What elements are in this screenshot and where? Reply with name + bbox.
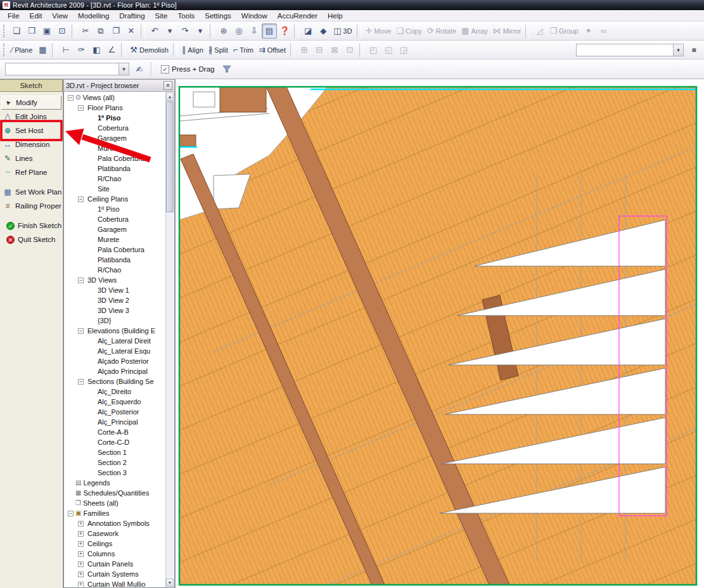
delete-button[interactable]: ✕: [124, 23, 139, 39]
tree-item[interactable]: Pala Cobertura: [65, 245, 165, 255]
tree-item[interactable]: Annotation Symbols: [65, 518, 165, 528]
toolbar-separator[interactable]: [173, 43, 177, 57]
print-button[interactable]: ⊡: [54, 23, 70, 39]
sketch-item-edit-joins[interactable]: ⋀ Edit Joins: [0, 110, 63, 124]
tree-item[interactable]: R/Chao: [65, 174, 165, 184]
rendering-button[interactable]: ◆: [316, 23, 331, 39]
zoom-dropdown[interactable]: ⇩: [246, 23, 262, 39]
tree-item[interactable]: Columns: [65, 549, 165, 559]
pin-button[interactable]: ✦: [581, 23, 596, 39]
toolbar-separator[interactable]: [290, 43, 295, 57]
linework-button[interactable]: ∠: [104, 42, 119, 58]
sketch-item-dimension[interactable]: ↔ Dimension: [0, 137, 63, 151]
menu-item[interactable]: Settings: [200, 11, 236, 21]
tree-expander[interactable]: [78, 551, 84, 557]
tree-item[interactable]: Curtain Systems: [65, 569, 165, 579]
design-options-button[interactable]: ■: [686, 42, 701, 58]
sketch-plane-button[interactable]: ∕ Plane: [9, 42, 35, 58]
toolbar-separator[interactable]: [294, 24, 298, 38]
tree-item[interactable]: Floor Plans: [65, 103, 165, 113]
sketch-tab[interactable]: Sketch: [0, 79, 63, 92]
tree-item[interactable]: Schedules/Quantities: [65, 488, 165, 498]
tree-item[interactable]: 3D View 1: [65, 285, 165, 295]
toolbar-separator[interactable]: [210, 24, 214, 38]
match-type-button[interactable]: ✑: [74, 42, 89, 58]
tree-expander[interactable]: [78, 105, 84, 111]
group-button[interactable]: ❒ Group: [547, 23, 580, 39]
tree-item[interactable]: Ceiling Plans: [65, 194, 165, 204]
undo-dropdown[interactable]: ▾: [162, 23, 177, 39]
toolbar-grip[interactable]: [3, 25, 6, 37]
tree-item[interactable]: Legends: [65, 478, 165, 488]
sketch-item-lines[interactable]: ✎ Lines: [0, 151, 63, 165]
copy-clipboard-button[interactable]: ⧉: [93, 23, 108, 39]
tree-item[interactable]: 3D View 2: [65, 295, 165, 305]
undo-button[interactable]: ↶: [147, 23, 162, 39]
drawing-area[interactable]: [176, 79, 704, 588]
tree-item[interactable]: Alç_Direito: [65, 387, 165, 397]
link-button[interactable]: ∞: [596, 23, 611, 39]
project-browser-header[interactable]: 3D.rvt - Project browser ✕: [63, 79, 175, 92]
tree-item[interactable]: Site: [65, 184, 165, 194]
tree-item[interactable]: Families: [65, 508, 165, 518]
new-button[interactable]: ❏: [9, 23, 24, 39]
exclude-members-button[interactable]: ⊠: [327, 42, 342, 58]
tree-expander[interactable]: [68, 511, 74, 516]
sketch-item-railing-properties[interactable]: ≡ Railing Proper: [0, 199, 63, 213]
tree-item[interactable]: {3D}: [65, 316, 165, 326]
trim-button[interactable]: ⌐ Trim: [231, 42, 256, 58]
tree-item[interactable]: Corte-C-D: [65, 437, 165, 447]
split-button[interactable]: ∦ Split: [206, 42, 231, 58]
tree-item[interactable]: Section 3: [65, 468, 165, 478]
group-link-button[interactable]: ◰: [366, 42, 381, 58]
tree-item[interactable]: Platibanda: [65, 163, 165, 174]
work-plane-grid-button[interactable]: ▦: [35, 42, 50, 58]
menu-item[interactable]: Edit: [25, 11, 48, 21]
create-group-button[interactable]: ⊞: [297, 42, 312, 58]
group-load-button[interactable]: ◱: [381, 42, 396, 58]
tree-item[interactable]: Curtain Wall Mullio: [65, 579, 165, 587]
tree-item[interactable]: Garagem: [65, 224, 165, 234]
toolbar-separator[interactable]: [141, 24, 145, 38]
tree-item[interactable]: Garagem: [65, 133, 165, 143]
tree-expander[interactable]: [78, 328, 84, 334]
tree-item[interactable]: 1º Piso: [65, 204, 165, 214]
rotate-button[interactable]: ⟳ Rotate: [425, 23, 459, 39]
tree-item[interactable]: Cobertura: [65, 123, 165, 133]
tree-expander[interactable]: [68, 95, 74, 101]
tree-item[interactable]: Alç_Posterior: [65, 407, 165, 417]
tree-scrollbar[interactable]: ▲ ▼: [165, 93, 174, 587]
whats-this-button[interactable]: ❓: [277, 23, 292, 39]
align-button[interactable]: ∥ Align: [179, 42, 206, 58]
tree-expander[interactable]: [78, 531, 84, 537]
tree-item[interactable]: Views (all): [65, 93, 165, 103]
tree-expander[interactable]: [78, 582, 84, 587]
tree-expander[interactable]: [78, 572, 84, 577]
dynamic-view-button[interactable]: ⊛: [216, 23, 231, 39]
menu-item[interactable]: Modelling: [73, 11, 114, 21]
tree-item[interactable]: Cobertura: [65, 214, 165, 224]
zoom-button[interactable]: ◎: [231, 23, 246, 39]
sketch-item-finish-sketch[interactable]: ✓ Finish Sketch: [0, 219, 63, 233]
chevron-down-icon[interactable]: ▾: [118, 63, 129, 75]
tree-expander[interactable]: [78, 278, 84, 283]
save-button[interactable]: ▣: [39, 23, 54, 39]
scroll-down-icon[interactable]: ▼: [166, 578, 174, 587]
tree-item[interactable]: Sheets (all): [65, 498, 165, 508]
tree-expander[interactable]: [78, 196, 84, 202]
type-selector[interactable]: ▾: [5, 63, 129, 75]
tree-expander[interactable]: [78, 521, 84, 527]
design-options-combo[interactable]: ▾: [576, 44, 684, 56]
tree-item[interactable]: R/Chao: [65, 265, 165, 275]
offset-button[interactable]: ⇉ Offset: [256, 42, 288, 58]
press-drag-checkbox[interactable]: ✓: [161, 65, 169, 74]
tree-item[interactable]: Murete: [65, 234, 165, 245]
toolbar-separator[interactable]: [525, 24, 530, 38]
model-graphics-button[interactable]: ◪: [300, 23, 316, 39]
paste-button[interactable]: ❐: [108, 23, 124, 39]
copy-button[interactable]: ❑ Copy: [394, 23, 424, 39]
tree-item[interactable]: Elevations (Building E: [65, 326, 165, 336]
scrollbar-thumb[interactable]: [166, 101, 174, 212]
move-button[interactable]: ✛ Move: [363, 23, 394, 39]
tree-item[interactable]: Ceilings: [65, 539, 165, 549]
